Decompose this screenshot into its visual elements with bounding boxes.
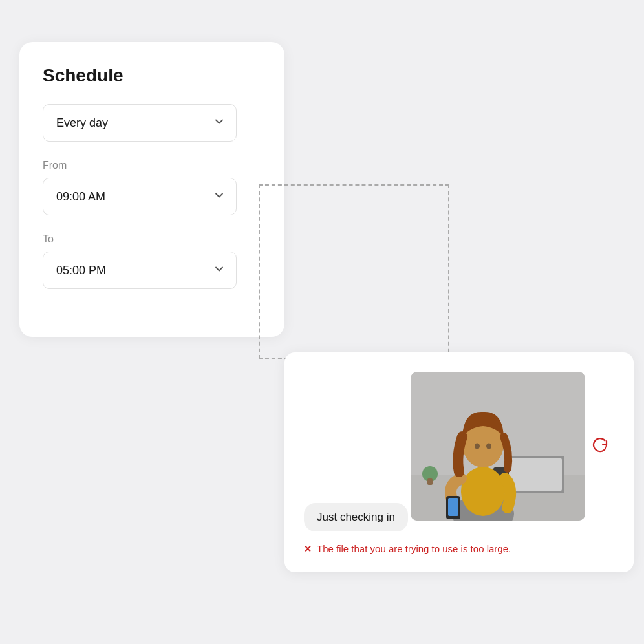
frequency-dropdown[interactable]: Every day Weekdays Weekends Custom (43, 104, 237, 142)
chat-bubble: Just checking in (304, 503, 408, 531)
dashed-selection-box (259, 184, 449, 359)
svg-rect-3 (509, 458, 562, 491)
svg-rect-15 (427, 478, 433, 485)
svg-point-8 (461, 467, 505, 516)
from-time-dropdown[interactable]: 06:00 AM 07:00 AM 08:00 AM 09:00 AM 10:0… (43, 178, 237, 215)
svg-rect-10 (448, 498, 458, 516)
from-label: From (43, 160, 261, 171)
to-time-dropdown-wrapper: 12:00 PM 01:00 PM 02:00 PM 03:00 PM 04:0… (43, 252, 237, 289)
svg-point-12 (475, 444, 480, 449)
schedule-card: Schedule Every day Weekdays Weekends Cus… (19, 42, 284, 337)
frequency-dropdown-wrapper: Every day Weekdays Weekends Custom (43, 104, 237, 142)
from-time-dropdown-wrapper: 06:00 AM 07:00 AM 08:00 AM 09:00 AM 10:0… (43, 178, 237, 215)
chat-card: Just checking in (284, 352, 634, 572)
attached-image (411, 372, 585, 521)
schedule-title: Schedule (43, 65, 261, 86)
error-message: ✕ The file that you are trying to use is… (304, 543, 614, 554)
to-label: To (43, 233, 261, 245)
to-time-dropdown[interactable]: 12:00 PM 01:00 PM 02:00 PM 03:00 PM 04:0… (43, 252, 237, 289)
retry-icon[interactable] (592, 436, 608, 453)
error-text: The file that you are trying to use is t… (317, 543, 511, 554)
svg-point-13 (486, 444, 491, 449)
error-x-icon: ✕ (304, 544, 312, 554)
